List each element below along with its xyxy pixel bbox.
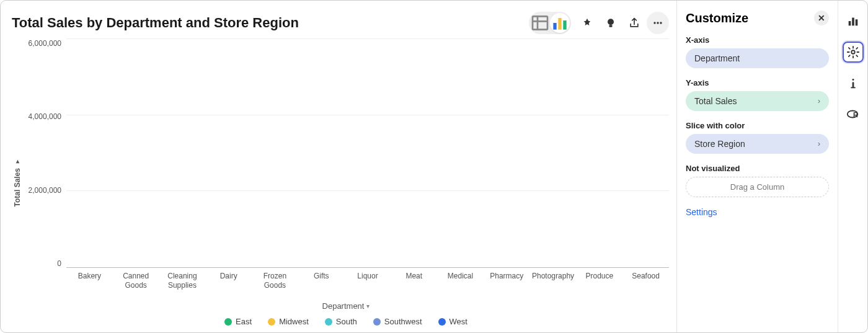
customize-heading: Customize ✕ xyxy=(686,11,829,25)
legend-item[interactable]: Midwest xyxy=(268,317,309,326)
svg-rect-17 xyxy=(851,87,855,88)
table-view-button[interactable] xyxy=(530,13,550,33)
share-button[interactable] xyxy=(623,12,645,34)
legend-label: South xyxy=(336,317,357,326)
slice-field-label: Slice with color xyxy=(686,121,829,130)
close-icon: ✕ xyxy=(818,13,825,23)
svg-point-6 xyxy=(608,19,614,25)
x-axis-field-label: X-axis xyxy=(686,35,829,45)
svg-point-10 xyxy=(660,22,662,24)
legend-swatch xyxy=(224,318,232,326)
chevron-right-icon: › xyxy=(818,140,820,148)
x-tick-label: Liquor xyxy=(345,268,391,290)
x-axis-labels: BakeryCannedGoodsCleaningSuppliesDairyFr… xyxy=(66,268,669,290)
x-axis-pill-text: Department xyxy=(694,53,740,63)
slice-pill[interactable]: Store Region › xyxy=(686,134,829,154)
svg-rect-3 xyxy=(553,23,556,30)
svg-rect-11 xyxy=(848,21,851,25)
chart-plot-area[interactable] xyxy=(66,39,669,268)
chart-view-button[interactable] xyxy=(550,13,570,33)
drop-column-zone[interactable]: Drag a Column xyxy=(686,177,829,197)
bar-chart-icon xyxy=(550,13,570,33)
right-rail: R xyxy=(838,1,867,332)
legend-item[interactable]: South xyxy=(325,317,357,326)
pin-icon xyxy=(581,17,593,29)
bar-chart-icon xyxy=(846,14,860,28)
y-axis-field-label: Y-axis xyxy=(686,78,829,87)
x-tick-label: Dairy xyxy=(205,268,252,290)
svg-rect-7 xyxy=(609,25,613,27)
y-axis-pill-text: Total Sales xyxy=(694,96,737,106)
not-visualized-label: Not visualized xyxy=(686,164,829,173)
x-tick-label: Bakery xyxy=(66,268,113,290)
chart-config-rail-button[interactable] xyxy=(843,11,864,32)
y-tick: 4,000,000 xyxy=(29,112,61,121)
x-tick-label: CannedGoods xyxy=(113,268,159,290)
chart-toolbar xyxy=(529,12,669,34)
customize-heading-text: Customize xyxy=(686,11,748,25)
x-tick-label: Pharmacy xyxy=(484,268,530,290)
y-axis-label-text: Total Sales xyxy=(13,168,22,206)
x-tick-label: Photography xyxy=(530,268,577,290)
legend-item[interactable]: East xyxy=(224,317,252,326)
legend-label: Midwest xyxy=(279,317,309,326)
legend-item[interactable]: West xyxy=(438,317,467,326)
x-tick-label: Medical xyxy=(437,268,484,290)
svg-text:R: R xyxy=(853,111,858,118)
customize-panel: Customize ✕ X-axis Department Y-axis Tot… xyxy=(676,1,838,332)
slice-pill-text: Store Region xyxy=(694,139,745,149)
close-button[interactable]: ✕ xyxy=(814,11,829,25)
svg-point-9 xyxy=(657,22,658,24)
svg-point-8 xyxy=(653,22,655,24)
pin-button[interactable] xyxy=(576,12,598,34)
info-icon xyxy=(846,76,860,90)
svg-point-14 xyxy=(851,50,855,54)
x-tick-label: FrozenGoods xyxy=(252,268,298,290)
r-icon: R xyxy=(846,107,860,121)
settings-link[interactable]: Settings xyxy=(686,207,829,217)
share-icon xyxy=(628,17,640,29)
chart-legend: EastMidwestSouthSouthwestWest xyxy=(23,317,669,326)
info-rail-button[interactable] xyxy=(843,73,864,94)
x-tick-label: Produce xyxy=(576,268,622,290)
chart-panel: Total Sales by Department and Store Regi… xyxy=(1,1,676,332)
lightbulb-icon xyxy=(604,17,617,29)
legend-swatch xyxy=(268,318,275,326)
chevron-right-icon: › xyxy=(818,97,820,105)
more-button[interactable] xyxy=(647,12,669,34)
svg-rect-4 xyxy=(558,18,561,30)
svg-point-15 xyxy=(852,79,854,81)
x-tick-label: CleaningSupplies xyxy=(159,268,206,290)
y-tick: 2,000,000 xyxy=(29,186,61,195)
legend-item[interactable]: Southwest xyxy=(373,317,422,326)
y-tick: 0 xyxy=(57,259,61,268)
x-tick-label: Gifts xyxy=(298,268,345,290)
r-rail-button[interactable]: R xyxy=(843,104,864,125)
chevron-down-icon: ▾ xyxy=(14,159,21,166)
gear-icon xyxy=(846,45,860,59)
y-axis-label[interactable]: Total Sales ▾ xyxy=(12,159,23,206)
svg-rect-16 xyxy=(852,82,854,87)
svg-rect-5 xyxy=(563,20,566,30)
page-title: Total Sales by Department and Store Regi… xyxy=(12,15,299,31)
view-toggle xyxy=(529,12,571,34)
y-axis-ticks: 6,000,0004,000,0002,000,0000 xyxy=(23,39,66,268)
settings-rail-button[interactable] xyxy=(843,42,864,63)
legend-swatch xyxy=(438,318,446,326)
chevron-down-icon: ▾ xyxy=(366,303,370,309)
x-axis-label-text: Department xyxy=(322,301,365,311)
legend-swatch xyxy=(325,318,332,326)
y-axis-pill[interactable]: Total Sales › xyxy=(686,91,829,111)
legend-label: West xyxy=(450,317,467,326)
insight-button[interactable] xyxy=(600,12,622,34)
x-axis-label[interactable]: Department ▾ xyxy=(23,301,669,311)
x-axis-pill[interactable]: Department xyxy=(686,48,829,68)
more-icon xyxy=(652,17,664,29)
legend-label: East xyxy=(236,317,252,326)
table-icon xyxy=(530,13,550,33)
svg-rect-0 xyxy=(533,16,547,29)
legend-label: Southwest xyxy=(384,317,422,326)
legend-swatch xyxy=(373,318,381,326)
x-tick-label: Meat xyxy=(391,268,437,290)
svg-rect-12 xyxy=(852,18,854,26)
